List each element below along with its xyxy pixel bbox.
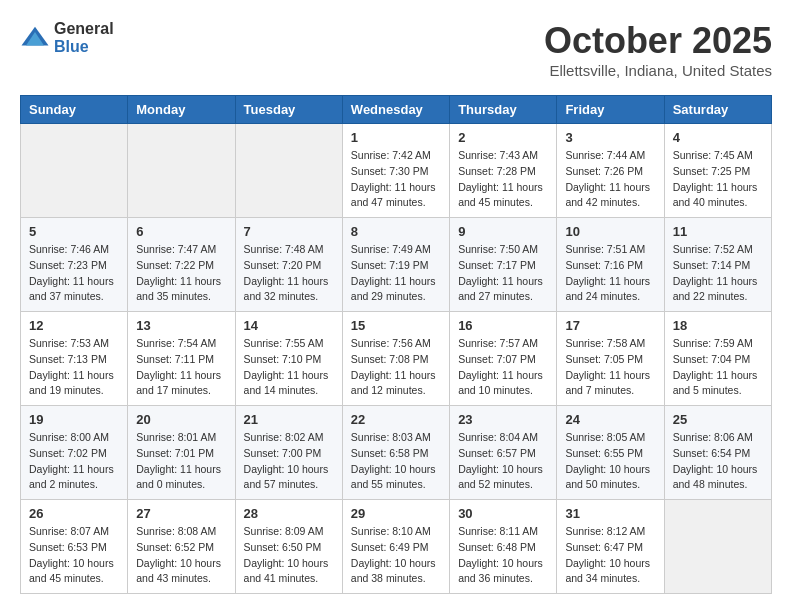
calendar-cell: 4Sunrise: 7:45 AM Sunset: 7:25 PM Daylig…: [664, 124, 771, 218]
day-info: Sunrise: 8:11 AM Sunset: 6:48 PM Dayligh…: [458, 524, 548, 587]
day-info: Sunrise: 7:54 AM Sunset: 7:11 PM Dayligh…: [136, 336, 226, 399]
day-number: 7: [244, 224, 334, 239]
calendar-week-3: 12Sunrise: 7:53 AM Sunset: 7:13 PM Dayli…: [21, 312, 772, 406]
day-number: 12: [29, 318, 119, 333]
day-info: Sunrise: 7:52 AM Sunset: 7:14 PM Dayligh…: [673, 242, 763, 305]
calendar-cell: 1Sunrise: 7:42 AM Sunset: 7:30 PM Daylig…: [342, 124, 449, 218]
day-info: Sunrise: 7:56 AM Sunset: 7:08 PM Dayligh…: [351, 336, 441, 399]
day-info: Sunrise: 8:01 AM Sunset: 7:01 PM Dayligh…: [136, 430, 226, 493]
day-info: Sunrise: 8:00 AM Sunset: 7:02 PM Dayligh…: [29, 430, 119, 493]
calendar-cell: 20Sunrise: 8:01 AM Sunset: 7:01 PM Dayli…: [128, 406, 235, 500]
day-info: Sunrise: 7:58 AM Sunset: 7:05 PM Dayligh…: [565, 336, 655, 399]
day-info: Sunrise: 8:05 AM Sunset: 6:55 PM Dayligh…: [565, 430, 655, 493]
day-number: 31: [565, 506, 655, 521]
day-number: 3: [565, 130, 655, 145]
calendar-cell: 5Sunrise: 7:46 AM Sunset: 7:23 PM Daylig…: [21, 218, 128, 312]
calendar-week-2: 5Sunrise: 7:46 AM Sunset: 7:23 PM Daylig…: [21, 218, 772, 312]
day-info: Sunrise: 8:03 AM Sunset: 6:58 PM Dayligh…: [351, 430, 441, 493]
weekday-header-row: SundayMondayTuesdayWednesdayThursdayFrid…: [21, 96, 772, 124]
day-number: 1: [351, 130, 441, 145]
calendar-cell: 6Sunrise: 7:47 AM Sunset: 7:22 PM Daylig…: [128, 218, 235, 312]
day-number: 5: [29, 224, 119, 239]
day-info: Sunrise: 8:10 AM Sunset: 6:49 PM Dayligh…: [351, 524, 441, 587]
calendar-cell: 27Sunrise: 8:08 AM Sunset: 6:52 PM Dayli…: [128, 500, 235, 594]
logo-general-text: General: [54, 20, 114, 38]
calendar-cell: 21Sunrise: 8:02 AM Sunset: 7:00 PM Dayli…: [235, 406, 342, 500]
calendar-cell: 22Sunrise: 8:03 AM Sunset: 6:58 PM Dayli…: [342, 406, 449, 500]
calendar-cell: 30Sunrise: 8:11 AM Sunset: 6:48 PM Dayli…: [450, 500, 557, 594]
day-number: 16: [458, 318, 548, 333]
day-number: 28: [244, 506, 334, 521]
day-number: 25: [673, 412, 763, 427]
day-info: Sunrise: 7:49 AM Sunset: 7:19 PM Dayligh…: [351, 242, 441, 305]
day-info: Sunrise: 8:07 AM Sunset: 6:53 PM Dayligh…: [29, 524, 119, 587]
calendar-cell: 13Sunrise: 7:54 AM Sunset: 7:11 PM Dayli…: [128, 312, 235, 406]
day-number: 15: [351, 318, 441, 333]
day-number: 4: [673, 130, 763, 145]
day-info: Sunrise: 7:59 AM Sunset: 7:04 PM Dayligh…: [673, 336, 763, 399]
weekday-header-thursday: Thursday: [450, 96, 557, 124]
day-number: 26: [29, 506, 119, 521]
day-number: 13: [136, 318, 226, 333]
day-number: 24: [565, 412, 655, 427]
day-number: 9: [458, 224, 548, 239]
day-number: 22: [351, 412, 441, 427]
page-header: General Blue October 2025 Ellettsville, …: [20, 20, 772, 79]
day-info: Sunrise: 7:43 AM Sunset: 7:28 PM Dayligh…: [458, 148, 548, 211]
day-info: Sunrise: 7:44 AM Sunset: 7:26 PM Dayligh…: [565, 148, 655, 211]
calendar-cell: 12Sunrise: 7:53 AM Sunset: 7:13 PM Dayli…: [21, 312, 128, 406]
day-number: 30: [458, 506, 548, 521]
day-info: Sunrise: 7:48 AM Sunset: 7:20 PM Dayligh…: [244, 242, 334, 305]
day-info: Sunrise: 8:04 AM Sunset: 6:57 PM Dayligh…: [458, 430, 548, 493]
day-number: 10: [565, 224, 655, 239]
day-number: 23: [458, 412, 548, 427]
calendar-cell: 11Sunrise: 7:52 AM Sunset: 7:14 PM Dayli…: [664, 218, 771, 312]
day-info: Sunrise: 8:02 AM Sunset: 7:00 PM Dayligh…: [244, 430, 334, 493]
calendar-cell: 17Sunrise: 7:58 AM Sunset: 7:05 PM Dayli…: [557, 312, 664, 406]
calendar-cell: [664, 500, 771, 594]
day-number: 6: [136, 224, 226, 239]
calendar-cell: 10Sunrise: 7:51 AM Sunset: 7:16 PM Dayli…: [557, 218, 664, 312]
calendar-week-4: 19Sunrise: 8:00 AM Sunset: 7:02 PM Dayli…: [21, 406, 772, 500]
day-number: 27: [136, 506, 226, 521]
calendar-cell: [235, 124, 342, 218]
day-number: 21: [244, 412, 334, 427]
day-number: 11: [673, 224, 763, 239]
day-info: Sunrise: 8:06 AM Sunset: 6:54 PM Dayligh…: [673, 430, 763, 493]
calendar-cell: 26Sunrise: 8:07 AM Sunset: 6:53 PM Dayli…: [21, 500, 128, 594]
day-info: Sunrise: 7:42 AM Sunset: 7:30 PM Dayligh…: [351, 148, 441, 211]
calendar-cell: 15Sunrise: 7:56 AM Sunset: 7:08 PM Dayli…: [342, 312, 449, 406]
calendar-cell: 23Sunrise: 8:04 AM Sunset: 6:57 PM Dayli…: [450, 406, 557, 500]
day-info: Sunrise: 7:53 AM Sunset: 7:13 PM Dayligh…: [29, 336, 119, 399]
logo-text: General Blue: [54, 20, 114, 55]
day-number: 29: [351, 506, 441, 521]
day-info: Sunrise: 7:46 AM Sunset: 7:23 PM Dayligh…: [29, 242, 119, 305]
weekday-header-wednesday: Wednesday: [342, 96, 449, 124]
day-number: 2: [458, 130, 548, 145]
weekday-header-friday: Friday: [557, 96, 664, 124]
day-info: Sunrise: 8:12 AM Sunset: 6:47 PM Dayligh…: [565, 524, 655, 587]
calendar-cell: [21, 124, 128, 218]
weekday-header-monday: Monday: [128, 96, 235, 124]
calendar-cell: 18Sunrise: 7:59 AM Sunset: 7:04 PM Dayli…: [664, 312, 771, 406]
weekday-header-saturday: Saturday: [664, 96, 771, 124]
calendar-cell: 14Sunrise: 7:55 AM Sunset: 7:10 PM Dayli…: [235, 312, 342, 406]
calendar-cell: 9Sunrise: 7:50 AM Sunset: 7:17 PM Daylig…: [450, 218, 557, 312]
day-info: Sunrise: 8:08 AM Sunset: 6:52 PM Dayligh…: [136, 524, 226, 587]
day-info: Sunrise: 7:47 AM Sunset: 7:22 PM Dayligh…: [136, 242, 226, 305]
calendar-cell: 19Sunrise: 8:00 AM Sunset: 7:02 PM Dayli…: [21, 406, 128, 500]
day-info: Sunrise: 7:45 AM Sunset: 7:25 PM Dayligh…: [673, 148, 763, 211]
calendar-cell: 29Sunrise: 8:10 AM Sunset: 6:49 PM Dayli…: [342, 500, 449, 594]
day-number: 18: [673, 318, 763, 333]
title-block: October 2025 Ellettsville, Indiana, Unit…: [544, 20, 772, 79]
day-info: Sunrise: 7:55 AM Sunset: 7:10 PM Dayligh…: [244, 336, 334, 399]
day-info: Sunrise: 7:51 AM Sunset: 7:16 PM Dayligh…: [565, 242, 655, 305]
day-number: 19: [29, 412, 119, 427]
weekday-header-sunday: Sunday: [21, 96, 128, 124]
calendar-week-1: 1Sunrise: 7:42 AM Sunset: 7:30 PM Daylig…: [21, 124, 772, 218]
calendar-cell: 2Sunrise: 7:43 AM Sunset: 7:28 PM Daylig…: [450, 124, 557, 218]
day-number: 17: [565, 318, 655, 333]
logo-icon: [20, 23, 50, 53]
calendar-cell: 7Sunrise: 7:48 AM Sunset: 7:20 PM Daylig…: [235, 218, 342, 312]
calendar-cell: 25Sunrise: 8:06 AM Sunset: 6:54 PM Dayli…: [664, 406, 771, 500]
